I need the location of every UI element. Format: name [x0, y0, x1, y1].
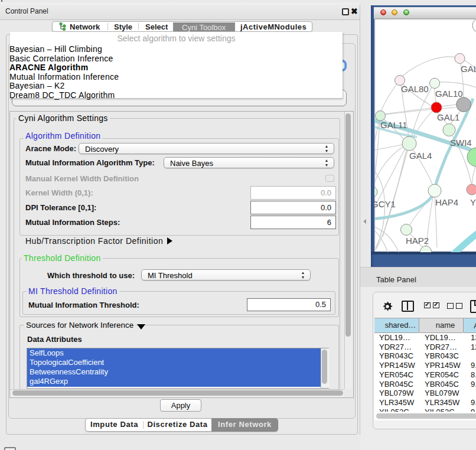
svg-text:HAP2: HAP2: [406, 236, 429, 246]
svg-text:YEL0: YEL0: [470, 197, 476, 207]
svg-text:GAL1: GAL1: [437, 112, 459, 122]
svg-text:GAL2: GAL2: [461, 64, 476, 74]
svg-text:SWI4: SWI4: [450, 138, 472, 148]
svg-text:GAL80: GAL80: [401, 84, 429, 94]
svg-text:GAL10: GAL10: [435, 89, 463, 99]
svg-text:GAL11: GAL11: [380, 120, 407, 130]
svg-text:HAP4: HAP4: [435, 197, 458, 207]
svg-text:GAL4: GAL4: [409, 151, 432, 161]
svg-text:GCY1: GCY1: [374, 199, 396, 209]
